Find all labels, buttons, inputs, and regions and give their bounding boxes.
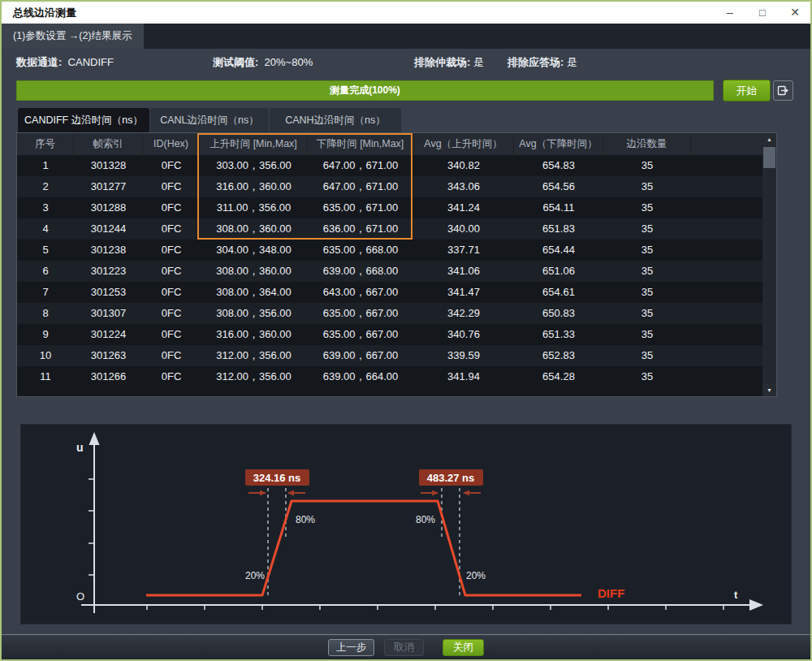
table-cell-filler	[691, 240, 762, 261]
table-cell: 635.00，671.00	[308, 197, 413, 218]
close-icon[interactable]: ✕	[788, 2, 802, 24]
table-row[interactable]: 113012660FC312.00，356.00639.00，664.00341…	[17, 366, 776, 387]
table-cell: 35	[603, 155, 691, 176]
cancel-button[interactable]: 取消	[384, 639, 424, 656]
table-cell: 304.00，348.00	[200, 240, 308, 261]
x-axis-arrow-icon	[749, 599, 763, 611]
previous-step-button[interactable]: 上一步	[328, 639, 374, 656]
table-cell: 301223	[74, 261, 143, 282]
table-cell-filler	[691, 176, 762, 197]
measurement-guides	[268, 488, 460, 596]
table-row[interactable]: 63012230FC308.00，360.00639.00，668.00341.…	[17, 261, 776, 282]
tab-canl-edge-time[interactable]: CANL边沿时间（ns）	[150, 108, 269, 132]
exclude-ack-info: 排除应答场: 是	[508, 55, 577, 70]
tab-candiff-edge-time[interactable]: CANDIFF 边沿时间（ns）	[18, 108, 149, 132]
table-cell: 0FC	[143, 261, 200, 282]
table-cell: 35	[603, 324, 691, 345]
table-cell: 643.00，667.00	[308, 282, 413, 303]
threshold-value: 20%~80%	[265, 56, 313, 68]
table-cell: 312.00，356.00	[200, 366, 308, 387]
table-cell: 339.59	[413, 345, 514, 366]
table-cell: 9	[17, 324, 74, 345]
table-cell: 301266	[74, 366, 143, 387]
table-cell: 341.24	[413, 197, 514, 218]
table-cell: 652.83	[514, 345, 603, 366]
table-cell: 639.00，667.00	[308, 345, 413, 366]
scroll-up-icon[interactable]: ▲	[762, 133, 776, 145]
table-cell: 301307	[74, 303, 143, 324]
channel-value: CANDIFF	[68, 56, 114, 68]
table-cell: 651.83	[514, 218, 603, 240]
table-cell: 635.00，667.00	[308, 303, 413, 324]
threshold-info: 测试阈值: 20%~80%	[213, 55, 313, 70]
scroll-down-icon[interactable]: ▼	[762, 384, 776, 396]
table-cell: 301244	[74, 218, 143, 240]
table-cell: 0FC	[143, 282, 200, 303]
fall-low-threshold-label: 20%	[466, 570, 486, 581]
table-row[interactable]: 13013280FC303.00，356.00647.00，671.00340.…	[17, 155, 776, 176]
table-cell: 2	[17, 176, 74, 197]
table-cell: 0FC	[143, 197, 200, 218]
maximize-icon[interactable]: □	[755, 2, 770, 24]
threshold-label: 测试阈值:	[213, 56, 258, 68]
table-scrollbar[interactable]: ▲ ▼	[762, 133, 776, 396]
table-row[interactable]: 43012440FC308.00，360.00636.00，671.00340.…	[17, 218, 776, 240]
diff-signal-trace	[146, 501, 581, 595]
table-row[interactable]: 53012380FC304.00，348.00635.00，668.00337.…	[17, 240, 776, 261]
table-cell: 301224	[74, 324, 143, 345]
column-header: Avg（下降时间）	[514, 133, 603, 155]
column-header-filler	[691, 133, 762, 155]
table-cell: 337.71	[413, 240, 514, 261]
close-button[interactable]: 关闭	[443, 639, 484, 656]
table-cell: 35	[603, 303, 691, 324]
table-cell-filler	[691, 366, 762, 387]
table-cell: 316.00，360.00	[200, 176, 308, 197]
table-cell: 35	[603, 240, 691, 261]
column-header: 边沿数量	[603, 133, 691, 155]
table-cell: 311.00，356.00	[200, 197, 308, 218]
table-cell: 35	[603, 176, 691, 197]
scrollbar-thumb[interactable]	[763, 147, 775, 168]
table-cell: 301238	[74, 240, 143, 261]
rise-time-value: 324.16 ns	[253, 472, 301, 484]
table-row[interactable]: 23012770FC316.00，360.00647.00，671.00343.…	[17, 176, 776, 197]
table-header-row: 序号帧索引ID(Hex)上升时间 [Min,Max]下降时间 [Min,Max]…	[17, 133, 776, 155]
table-cell: 639.00，668.00	[308, 261, 413, 282]
table-row[interactable]: 93012240FC316.00，360.00635.00，667.00340.…	[17, 324, 776, 345]
progress-text: 测量完成(100%)	[17, 81, 713, 100]
y-axis-arrow-icon	[89, 432, 100, 445]
table-cell: 308.00，356.00	[200, 303, 308, 324]
table-cell: 301277	[74, 176, 143, 197]
tab-canh-edge-time[interactable]: CANH边沿时间（ns）	[270, 108, 401, 132]
table-cell: 301263	[74, 345, 143, 366]
export-button[interactable]	[773, 80, 793, 101]
step-strip: (1)参数设置 →(2)结果展示	[2, 24, 810, 49]
origin-label: O	[76, 590, 84, 603]
table-row[interactable]: 33012880FC311.00，356.00635.00，671.00341.…	[17, 197, 776, 218]
table-cell: 312.00，356.00	[200, 345, 308, 366]
table-cell: 654.11	[514, 197, 603, 218]
window-frame: 总线边沿测量 – □ ✕ (1)参数设置 →(2)结果展示 数据通道: CAND…	[2, 2, 810, 659]
table-row[interactable]: 73012530FC308.00，364.00643.00，667.00341.…	[17, 282, 776, 303]
table-cell: 301253	[74, 282, 143, 303]
table-cell: 0FC	[143, 155, 200, 176]
table-cell: 647.00，671.00	[308, 155, 413, 176]
step-indicator: (1)参数设置 →(2)结果展示	[2, 24, 144, 49]
table-row[interactable]: 83013070FC308.00，356.00635.00，667.00342.…	[17, 303, 776, 324]
table-cell: 340.76	[413, 324, 514, 345]
table-cell: 8	[17, 303, 74, 324]
table-cell: 650.83	[514, 303, 603, 324]
table-row[interactable]: 103012630FC312.00，356.00639.00，667.00339…	[17, 345, 776, 366]
table-cell: 35	[603, 218, 691, 240]
rise-high-threshold-label: 80%	[296, 514, 315, 525]
table-cell: 0FC	[143, 218, 200, 240]
x-axis-label: t	[734, 589, 738, 601]
table-cell: 35	[603, 197, 691, 218]
results-table-panel: 序号帧索引ID(Hex)上升时间 [Min,Max]下降时间 [Min,Max]…	[16, 132, 777, 397]
table-cell-filler	[691, 345, 762, 366]
table-cell: 303.00，356.00	[200, 155, 308, 176]
table-cell: 301288	[74, 197, 143, 218]
export-icon	[777, 84, 789, 97]
minimize-icon[interactable]: –	[723, 2, 737, 24]
start-button[interactable]: 开始	[723, 80, 771, 102]
